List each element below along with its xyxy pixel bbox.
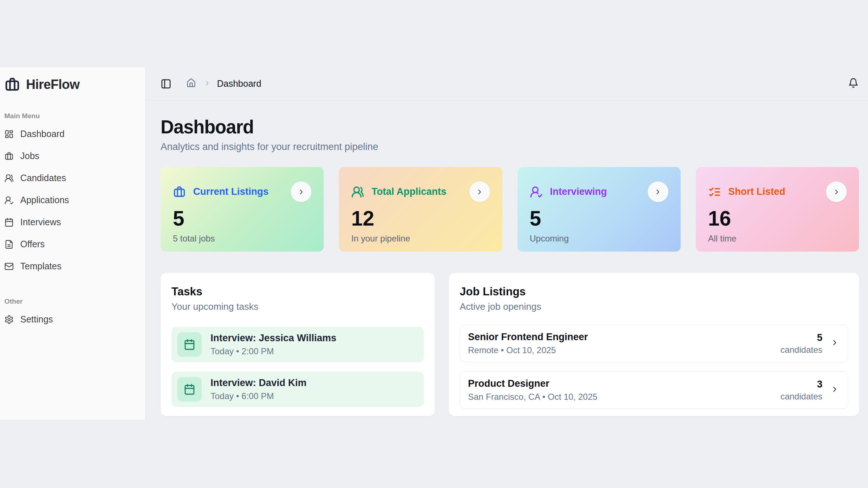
stat-sublabel: 5 total jobs: [173, 234, 311, 244]
stat-value: 12: [351, 207, 490, 230]
task-meta: Today • 6:00 PM: [210, 391, 307, 401]
job-open-button[interactable]: [830, 385, 839, 395]
sidebar: HireFlow Main Menu Dashboard: [0, 67, 146, 420]
task-list: Interview: Jessica Williams Today • 2:00…: [171, 327, 424, 407]
chevron-right-icon: [297, 188, 305, 196]
tasks-subtitle: Your upcoming tasks: [171, 301, 424, 312]
stat-value: 5: [530, 207, 668, 230]
sidebar-item-templates[interactable]: Templates: [3, 255, 140, 277]
stats-row: Current Listings 5 5 total jobs: [161, 167, 859, 252]
tasks-title: Tasks: [171, 285, 424, 298]
gear-icon: [4, 315, 14, 324]
stat-card-current-listings[interactable]: Current Listings 5 5 total jobs: [161, 167, 324, 252]
stat-open-button[interactable]: [826, 181, 847, 202]
sidebar-section-other: Other Settings: [3, 297, 140, 330]
sidebar-item-label: Offers: [20, 239, 45, 249]
chevron-right-icon: [654, 188, 662, 196]
panel-left-icon: [161, 78, 171, 89]
task-title: Interview: David Kim: [210, 377, 307, 389]
calendar-icon: [184, 339, 195, 350]
calendar-icon: [4, 218, 14, 227]
chevron-right-icon: [204, 80, 210, 86]
stat-open-button[interactable]: [469, 181, 490, 202]
sidebar-section-label: Other: [3, 297, 140, 305]
job-row[interactable]: Senior Frontend Engineer Remote • Oct 10…: [460, 325, 848, 362]
stat-sublabel: Upcoming: [530, 234, 668, 244]
breadcrumb-current: Dashboard: [217, 78, 261, 89]
sidebar-item-candidates[interactable]: Candidates: [3, 167, 140, 189]
stat-card-interviewing[interactable]: Interviewing 5 Upcoming: [518, 167, 681, 252]
stat-label: Current Listings: [193, 186, 269, 197]
stat-open-button[interactable]: [291, 181, 311, 202]
stat-card-short-listed[interactable]: Short Listed 16 All time: [696, 167, 859, 252]
page-title: Dashboard: [161, 116, 859, 138]
app-window: HireFlow Main Menu Dashboard: [0, 67, 868, 420]
stat-card-total-applicants[interactable]: Total Applicants 12 In your pipeline: [339, 167, 502, 252]
task-item[interactable]: Interview: David Kim Today • 6:00 PM: [171, 372, 424, 407]
user-check-icon: [4, 196, 14, 205]
job-meta: San Francisco, CA • Oct 10, 2025: [468, 392, 597, 402]
sidebar-item-jobs[interactable]: Jobs: [3, 145, 140, 167]
briefcase-logo-icon: [4, 77, 20, 93]
topbar: Dashboard: [146, 67, 868, 100]
tasks-panel: Tasks Your upcoming tasks Inter: [161, 273, 435, 416]
page-subtitle: Analytics and insights for your recruitm…: [161, 141, 859, 153]
users-icon: [351, 185, 364, 198]
sidebar-item-label: Settings: [20, 314, 53, 325]
sidebar-item-applications[interactable]: Applications: [3, 189, 140, 211]
sidebar-item-label: Applications: [20, 195, 69, 205]
dashboard-icon: [4, 129, 14, 139]
stat-sublabel: In your pipeline: [351, 234, 490, 244]
task-calendar-tile: [177, 377, 202, 402]
sidebar-section-main: Main Menu Dashboard Jobs: [3, 112, 140, 277]
job-row[interactable]: Product Designer San Francisco, CA • Oct…: [460, 371, 848, 409]
sidebar-item-label: Candidates: [20, 173, 66, 183]
task-meta: Today • 2:00 PM: [210, 346, 336, 356]
sidebar-item-label: Jobs: [20, 151, 39, 161]
sidebar-item-label: Dashboard: [20, 129, 64, 139]
chevron-right-icon: [833, 188, 841, 196]
notifications-button[interactable]: [848, 78, 859, 90]
sidebar-item-interviews[interactable]: Interviews: [3, 211, 140, 233]
briefcase-icon: [173, 185, 186, 198]
list-checks-icon: [708, 185, 721, 198]
desktop-canvas: HireFlow Main Menu Dashboard: [0, 0, 868, 488]
bottom-panels: Tasks Your upcoming tasks Inter: [161, 273, 859, 416]
job-title: Product Designer: [468, 378, 597, 389]
job-candidate-count: 5: [780, 332, 822, 343]
briefcase-icon: [4, 151, 14, 161]
job-listings-title: Job Listings: [460, 285, 848, 298]
job-listings-subtitle: Active job openings: [460, 301, 848, 312]
job-open-button[interactable]: [830, 338, 839, 348]
job-candidate-count: 3: [780, 379, 822, 390]
users-icon: [4, 174, 14, 183]
job-list: Senior Frontend Engineer Remote • Oct 10…: [460, 325, 848, 409]
job-listings-panel: Job Listings Active job openings Senior …: [449, 273, 859, 416]
stat-open-button[interactable]: [648, 181, 668, 202]
stat-sublabel: All time: [708, 234, 847, 244]
bell-icon: [848, 78, 859, 88]
sidebar-item-offers[interactable]: Offers: [3, 233, 140, 255]
stat-label: Interviewing: [550, 186, 607, 197]
job-title: Senior Frontend Engineer: [468, 331, 588, 343]
chevron-right-icon: [476, 188, 484, 196]
task-item[interactable]: Interview: Jessica Williams Today • 2:00…: [171, 327, 424, 362]
breadcrumb-home-button[interactable]: [186, 78, 196, 89]
sidebar-item-settings[interactable]: Settings: [3, 308, 140, 330]
job-candidate-count-label: candidates: [780, 345, 822, 355]
main-area: Dashboard Dashboard Analytics and insigh…: [146, 67, 868, 420]
user-check-icon: [530, 185, 543, 198]
calendar-icon: [184, 384, 195, 395]
sidebar-section-label: Main Menu: [3, 112, 140, 120]
dashboard-content: Dashboard Analytics and insights for you…: [146, 100, 868, 416]
sidebar-item-dashboard[interactable]: Dashboard: [3, 123, 140, 145]
brand-name: HireFlow: [26, 77, 80, 92]
stat-label: Total Applicants: [371, 186, 446, 197]
chevron-right-icon: [830, 385, 839, 394]
stat-label: Short Listed: [728, 186, 786, 197]
sidebar-toggle-button[interactable]: [161, 78, 171, 89]
stat-value: 16: [708, 207, 847, 230]
stat-value: 5: [173, 207, 311, 230]
job-meta: Remote • Oct 10, 2025: [468, 345, 588, 355]
home-icon: [186, 78, 196, 88]
